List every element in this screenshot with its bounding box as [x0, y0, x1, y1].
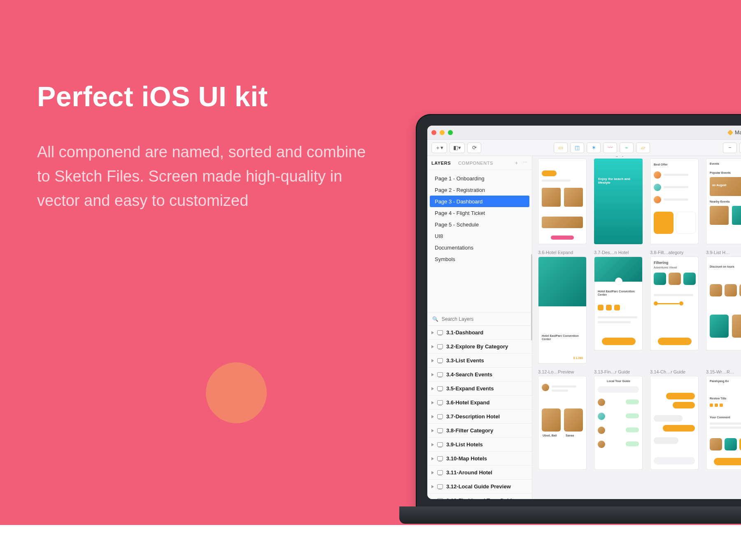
artboard-thumb: Parahyang Ev Review Title Your Comment [706, 376, 741, 470]
minus-icon: − [728, 145, 732, 151]
page-item[interactable]: Symbols [427, 253, 532, 265]
rotate-button[interactable]: ⟳ [467, 142, 481, 153]
titlebar: Main files [427, 126, 741, 140]
page-item-selected[interactable]: Page 3 - Dashboard [430, 196, 529, 207]
layer-row[interactable]: 3.4-Search Events [427, 368, 532, 382]
disclosure-icon[interactable] [431, 485, 434, 488]
artboard[interactable]: 3.14-Ch…r Guide [650, 369, 699, 470]
layer-row[interactable]: 3.5-Expand Events [427, 382, 532, 396]
artboard[interactable]: 3.7-Des…n Hotel Hotel EastParc Conventio… [594, 250, 643, 364]
layer-row[interactable]: 3.11-Around Hotel [427, 466, 532, 480]
canvas[interactable]: 3.1-Dashboard [532, 156, 741, 499]
accent-circle [206, 362, 267, 423]
artboard-label: 3.1-Dashboard [538, 156, 587, 157]
artboard[interactable]: 3.8-Filt…ategory Filtering Adventures Vl… [650, 250, 699, 364]
group-button[interactable]: ◧ ▾ [450, 142, 465, 153]
tool-text-button[interactable]: ⌁ [620, 142, 634, 153]
artboard-icon [437, 344, 443, 349]
artboard-thumb: Discount on tours [706, 257, 741, 350]
artboard-label: 3.2-Ex…tegory [594, 156, 643, 157]
layer-row[interactable]: 3.1-Dashboard [427, 326, 532, 340]
artboard-thumb: Local Tour Guide [594, 376, 643, 470]
layer-row[interactable]: 3.8-Filter Category [427, 424, 532, 438]
artboard[interactable]: 3.12-Lo…Preview Ubud, Bali Sanas [538, 369, 587, 470]
tool-image-button[interactable]: ▱ [636, 142, 650, 153]
artboard-icon [437, 414, 443, 419]
disclosure-icon[interactable] [431, 443, 434, 446]
layer-row[interactable]: 3.2-Explore By Category [427, 340, 532, 354]
artboard-thumb [650, 376, 699, 470]
laptop-mockup: Main files ＋ ▾ ◧ ▾ ⟳ ▭ ◫ ✶ [416, 114, 741, 529]
tab-components[interactable]: COMPONENTS [458, 161, 493, 166]
insert-button[interactable]: ＋ ▾ [431, 142, 447, 153]
artboard-thumb: Enjoy the beach and lifestyle [594, 159, 643, 244]
artboard-thumb: Ubud, Bali Sanas [538, 376, 587, 470]
disclosure-icon[interactable] [431, 373, 434, 376]
artboard[interactable]: 3.1-Dashboard [538, 156, 587, 244]
add-page-button[interactable]: ＋ [514, 160, 519, 166]
layer-row[interactable]: 3.6-Hotel Expand [427, 396, 532, 410]
laptop-base [399, 506, 741, 524]
artboard-icon [437, 456, 443, 461]
page-footer-gap [0, 525, 741, 560]
layer-row[interactable]: 3.9-List Hotels [427, 438, 532, 452]
artboard-thumb: Filtering Adventures Vlevel [650, 257, 699, 350]
disclosure-icon[interactable] [431, 359, 434, 362]
disclosure-icon[interactable] [431, 471, 434, 474]
artboard[interactable]: 3.9-List H… Discount on tours [706, 250, 741, 364]
minimize-icon[interactable] [440, 130, 445, 135]
disclosure-icon[interactable] [431, 331, 434, 334]
tab-layers[interactable]: LAYERS [431, 161, 451, 166]
artboard-thumb: Hotel EastParc Convention Center $ 1.283 [538, 257, 587, 364]
tool-slice-button[interactable]: ◫ [570, 142, 584, 153]
artboard-icon [437, 442, 443, 447]
artboard[interactable]: 3.15-Wr…R… Parahyang Ev Review Title You… [706, 369, 741, 470]
artboard[interactable]: 3.2-Ex…tegory Enjoy the beach and lifest… [594, 156, 643, 244]
disclosure-icon[interactable] [431, 457, 434, 460]
layer-list: 3.1-Dashboard 3.2-Explore By Category 3.… [427, 326, 532, 499]
layer-row[interactable]: 3.10-Map Hotels [427, 452, 532, 466]
zoom-icon[interactable] [448, 130, 453, 135]
artboard[interactable]: 3.13-Fin…r Guide Local Tour Guide [594, 369, 643, 470]
tool-vector-button[interactable]: ✶ [587, 142, 601, 153]
document-title: Main files [728, 129, 741, 135]
artboard[interactable]: 3.4-Sear… Events Popular Events on Augus… [706, 156, 741, 244]
page-item[interactable]: Page 1 - Onboarding [427, 173, 532, 184]
layer-row[interactable]: 3.12-Local Guide Preview [427, 480, 532, 494]
sketch-app-window: Main files ＋ ▾ ◧ ▾ ⟳ ▭ ◫ ✶ [427, 126, 741, 499]
artboard-icon [437, 428, 443, 433]
page-item[interactable]: Page 2 - Registration [427, 184, 532, 196]
layer-row[interactable]: 3.7-Description Hotel [427, 410, 532, 424]
search-input[interactable] [442, 316, 527, 322]
disclosure-icon[interactable] [431, 401, 434, 404]
zoom-out-button[interactable]: − [723, 142, 737, 153]
panel-menu-button[interactable]: ⋯ [523, 160, 528, 166]
disclosure-icon[interactable] [431, 345, 434, 348]
artboard-thumb: Hotel EastParc Convention Center [594, 257, 643, 350]
window-controls [431, 130, 453, 135]
artboard-label: 3.6-Hotel Expand [538, 250, 587, 255]
zoom-value[interactable]: 25% [739, 142, 741, 153]
artboard[interactable]: 3.3-List Events Best Offer [650, 156, 699, 244]
layer-row[interactable]: 3.13-Find Local Tour Guide [427, 494, 532, 499]
search-layers[interactable]: 🔍 [427, 313, 532, 326]
artboard[interactable]: 3.6-Hotel Expand Hotel EastParc Conventi… [538, 250, 587, 364]
page-item[interactable]: Page 5 - Schedule [427, 219, 532, 230]
artboard-thumb: Events Popular Events on August Nearby E… [706, 159, 741, 244]
disclosure-icon[interactable] [431, 415, 434, 418]
page-item[interactable]: Documentations [427, 242, 532, 253]
document-filename: Main files [735, 129, 741, 135]
layer-row[interactable]: 3.3-List Events [427, 354, 532, 368]
disclosure-icon[interactable] [431, 429, 434, 432]
artboard-icon [437, 386, 443, 391]
disclosure-icon[interactable] [431, 499, 434, 499]
artboard-thumb: Best Offer [650, 159, 699, 244]
close-icon[interactable] [431, 130, 436, 135]
tool-pencil-button[interactable]: 〰 [603, 142, 617, 153]
page-item[interactable]: UI8 [427, 230, 532, 242]
promo-background: Perfect iOS UI kit All componend are nam… [0, 0, 741, 525]
disclosure-icon[interactable] [431, 387, 434, 390]
artboard-icon [437, 470, 443, 475]
tool-artboard-button[interactable]: ▭ [554, 142, 568, 153]
page-item[interactable]: Page 4 - Flight Ticket [427, 207, 532, 219]
